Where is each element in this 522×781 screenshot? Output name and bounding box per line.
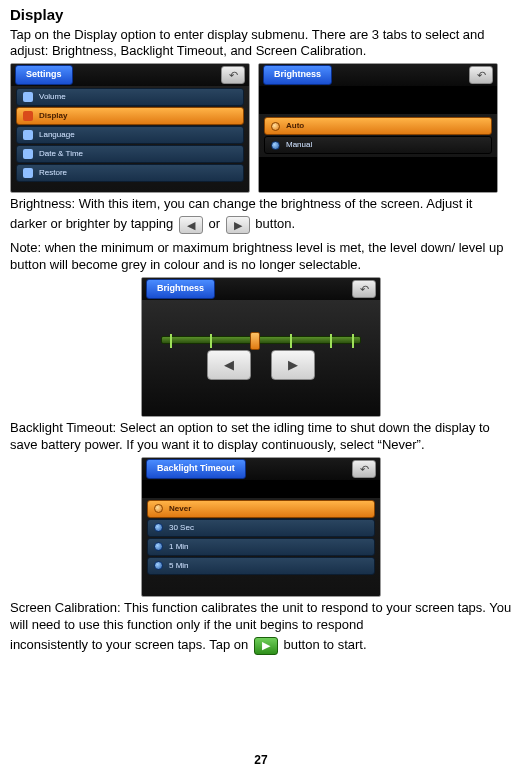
tab-label: Manual [286,140,312,150]
menu-item-label: Display [39,111,67,121]
brightness-tab[interactable]: Auto [264,117,492,135]
menu-item-label: Restore [39,168,67,178]
back-icon: ↶ [352,460,376,478]
menu-item-icon [23,149,33,159]
text-fragment: button to start. [283,637,366,652]
settings-item[interactable]: Language [16,126,244,144]
menu-item-label: Language [39,130,75,140]
settings-screenshot: Settings ↶ VolumeDisplayLanguageDate & T… [10,63,250,193]
backlight-option[interactable]: 1 Min [147,538,375,556]
brightness-note: Note: when the minimum or maximum bright… [10,240,512,274]
brightness-tabs-screenshot: Brightness ↶ AutoManual [258,63,498,193]
brightness-up-button[interactable]: ▶ [271,350,315,380]
slider-tick [210,334,212,348]
settings-title: Settings [15,65,73,85]
calibration-text-line1: Screen Calibration: This function calibr… [10,600,512,634]
tab-label: Auto [286,121,304,131]
brightness-text-line2: darker or brighter by tapping ◀ or ▶ but… [10,216,512,234]
heading-display: Display [10,5,512,25]
back-icon: ↶ [221,66,245,84]
back-icon: ↶ [352,280,376,298]
page-number: 27 [0,753,522,769]
text-fragment: button. [255,217,295,232]
slider-tick [330,334,332,348]
brightness-slider[interactable] [161,336,361,344]
brightness-slider-screenshot: Brightness ↶ ◀ ▶ [141,277,381,417]
slider-tick [352,334,354,348]
back-icon: ↶ [469,66,493,84]
menu-item-label: Volume [39,92,66,102]
menu-item-icon [23,92,33,102]
brightness-text-line1: Brightness: With this item, you can chan… [10,196,512,213]
option-label: Never [169,504,191,514]
backlight-option[interactable]: Never [147,500,375,518]
settings-item[interactable]: Date & Time [16,145,244,163]
brightness-slider-title: Brightness [146,279,215,299]
radio-icon [271,122,280,131]
backlight-option[interactable]: 5 Min [147,557,375,575]
slider-tick [170,334,172,348]
text-fragment: inconsistently to your screen taps. Tap … [10,637,252,652]
menu-item-icon [23,111,33,121]
radio-icon [271,141,280,150]
brightness-title: Brightness [263,65,332,85]
backlight-option[interactable]: 30 Sec [147,519,375,537]
settings-item[interactable]: Display [16,107,244,125]
backlight-title: Backlight Timeout [146,459,246,479]
settings-item[interactable]: Volume [16,88,244,106]
menu-item-label: Date & Time [39,149,83,159]
left-arrow-button[interactable]: ◀ [179,216,203,234]
option-label: 30 Sec [169,523,194,533]
backlight-text: Backlight Timeout: Select an option to s… [10,420,512,454]
option-label: 5 Min [169,561,189,571]
brightness-tab[interactable]: Manual [264,136,492,154]
backlight-screenshot: Backlight Timeout ↶ Never30 Sec1 Min5 Mi… [141,457,381,597]
radio-icon [154,561,163,570]
right-arrow-button[interactable]: ▶ [226,216,250,234]
text-fragment: or [209,217,224,232]
calibration-text-line2: inconsistently to your screen taps. Tap … [10,637,512,655]
radio-icon [154,504,163,513]
radio-icon [154,542,163,551]
slider-knob[interactable] [250,332,260,350]
brightness-down-button[interactable]: ◀ [207,350,251,380]
text-fragment: darker or brighter by tapping [10,217,177,232]
slider-tick [290,334,292,348]
option-label: 1 Min [169,542,189,552]
intro-text: Tap on the Display option to enter displ… [10,27,512,61]
menu-item-icon [23,168,33,178]
radio-icon [154,523,163,532]
settings-item[interactable]: Restore [16,164,244,182]
menu-item-icon [23,130,33,140]
start-calibration-button[interactable]: ▶ [254,637,278,655]
